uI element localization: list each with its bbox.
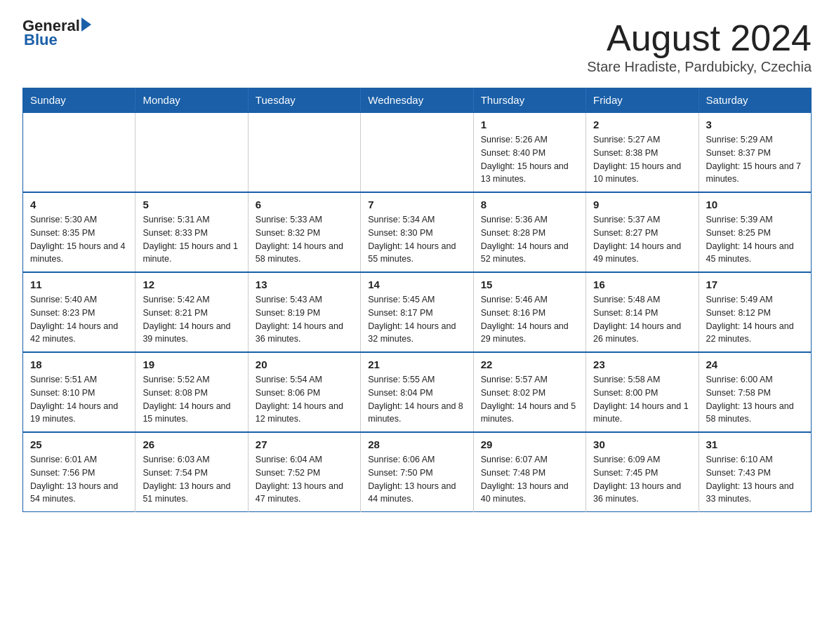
day-header-thursday: Thursday <box>473 88 585 113</box>
day-info: Sunrise: 5:54 AM Sunset: 8:06 PM Dayligh… <box>256 373 353 426</box>
day-info: Sunrise: 5:31 AM Sunset: 8:33 PM Dayligh… <box>143 213 240 266</box>
day-header-saturday: Saturday <box>699 88 811 113</box>
calendar-day-cell: 1Sunrise: 5:26 AM Sunset: 8:40 PM Daylig… <box>473 112 585 192</box>
day-number: 8 <box>481 199 578 210</box>
day-number: 1 <box>481 119 578 130</box>
day-number: 6 <box>256 199 353 210</box>
calendar-week-row: 4Sunrise: 5:30 AM Sunset: 8:35 PM Daylig… <box>23 192 812 272</box>
day-info: Sunrise: 5:57 AM Sunset: 8:02 PM Dayligh… <box>481 373 578 426</box>
calendar-day-cell: 10Sunrise: 5:39 AM Sunset: 8:25 PM Dayli… <box>699 192 811 272</box>
calendar-day-cell: 13Sunrise: 5:43 AM Sunset: 8:19 PM Dayli… <box>248 272 360 352</box>
logo: General Blue <box>22 17 91 49</box>
day-number: 12 <box>143 279 240 290</box>
day-info: Sunrise: 5:34 AM Sunset: 8:30 PM Dayligh… <box>368 213 465 266</box>
day-number: 9 <box>593 199 691 210</box>
calendar-day-cell: 17Sunrise: 5:49 AM Sunset: 8:12 PM Dayli… <box>699 272 811 352</box>
calendar-day-cell: 11Sunrise: 5:40 AM Sunset: 8:23 PM Dayli… <box>23 272 135 352</box>
day-info: Sunrise: 5:37 AM Sunset: 8:27 PM Dayligh… <box>593 213 691 266</box>
calendar-day-cell: 19Sunrise: 5:52 AM Sunset: 8:08 PM Dayli… <box>135 352 248 432</box>
day-info: Sunrise: 6:09 AM Sunset: 7:45 PM Dayligh… <box>593 453 691 506</box>
day-number: 7 <box>368 199 465 210</box>
day-number: 24 <box>706 358 804 370</box>
day-number: 27 <box>256 438 353 450</box>
day-info: Sunrise: 5:27 AM Sunset: 8:38 PM Dayligh… <box>593 133 691 186</box>
day-info: Sunrise: 5:29 AM Sunset: 8:37 PM Dayligh… <box>706 133 804 186</box>
calendar-day-cell: 12Sunrise: 5:42 AM Sunset: 8:21 PM Dayli… <box>135 272 248 352</box>
day-number: 31 <box>706 438 804 450</box>
calendar-day-cell: 23Sunrise: 5:58 AM Sunset: 8:00 PM Dayli… <box>586 352 699 432</box>
page-header: General Blue August 2024 Stare Hradiste,… <box>22 17 812 83</box>
calendar-day-cell <box>135 112 248 192</box>
calendar-header-row: SundayMondayTuesdayWednesdayThursdayFrid… <box>23 88 812 113</box>
calendar-day-cell: 25Sunrise: 6:01 AM Sunset: 7:56 PM Dayli… <box>23 432 135 512</box>
day-number: 19 <box>143 358 240 370</box>
page-title: August 2024 <box>587 17 812 59</box>
day-number: 3 <box>706 119 804 130</box>
calendar-week-row: 18Sunrise: 5:51 AM Sunset: 8:10 PM Dayli… <box>23 352 812 432</box>
calendar-day-cell: 18Sunrise: 5:51 AM Sunset: 8:10 PM Dayli… <box>23 352 135 432</box>
day-info: Sunrise: 5:49 AM Sunset: 8:12 PM Dayligh… <box>706 293 804 346</box>
day-info: Sunrise: 6:10 AM Sunset: 7:43 PM Dayligh… <box>706 453 804 506</box>
calendar-day-cell: 16Sunrise: 5:48 AM Sunset: 8:14 PM Dayli… <box>586 272 699 352</box>
calendar-day-cell: 21Sunrise: 5:55 AM Sunset: 8:04 PM Dayli… <box>361 352 473 432</box>
calendar-day-cell: 14Sunrise: 5:45 AM Sunset: 8:17 PM Dayli… <box>361 272 473 352</box>
day-number: 2 <box>593 119 691 130</box>
day-number: 23 <box>593 358 691 370</box>
calendar-day-cell: 26Sunrise: 6:03 AM Sunset: 7:54 PM Dayli… <box>135 432 248 512</box>
day-info: Sunrise: 5:46 AM Sunset: 8:16 PM Dayligh… <box>481 293 578 346</box>
calendar-week-row: 11Sunrise: 5:40 AM Sunset: 8:23 PM Dayli… <box>23 272 812 352</box>
day-info: Sunrise: 5:48 AM Sunset: 8:14 PM Dayligh… <box>593 293 691 346</box>
title-block: August 2024 Stare Hradiste, Pardubicky, … <box>587 17 812 83</box>
day-info: Sunrise: 5:55 AM Sunset: 8:04 PM Dayligh… <box>368 373 465 426</box>
day-info: Sunrise: 5:42 AM Sunset: 8:21 PM Dayligh… <box>143 293 240 346</box>
calendar-day-cell: 4Sunrise: 5:30 AM Sunset: 8:35 PM Daylig… <box>23 192 135 272</box>
day-info: Sunrise: 5:43 AM Sunset: 8:19 PM Dayligh… <box>256 293 353 346</box>
day-number: 11 <box>30 279 128 290</box>
day-number: 26 <box>143 438 240 450</box>
day-info: Sunrise: 5:51 AM Sunset: 8:10 PM Dayligh… <box>30 373 128 426</box>
day-number: 4 <box>30 199 128 210</box>
day-info: Sunrise: 5:30 AM Sunset: 8:35 PM Dayligh… <box>30 213 128 266</box>
logo-blue-text: Blue <box>24 31 58 49</box>
calendar-day-cell: 2Sunrise: 5:27 AM Sunset: 8:38 PM Daylig… <box>586 112 699 192</box>
day-number: 29 <box>481 438 578 450</box>
day-number: 14 <box>368 279 465 290</box>
day-info: Sunrise: 5:52 AM Sunset: 8:08 PM Dayligh… <box>143 373 240 426</box>
calendar-week-row: 1Sunrise: 5:26 AM Sunset: 8:40 PM Daylig… <box>23 112 812 192</box>
day-header-tuesday: Tuesday <box>248 88 360 113</box>
day-header-sunday: Sunday <box>23 88 135 113</box>
calendar-day-cell <box>23 112 135 192</box>
calendar-day-cell: 9Sunrise: 5:37 AM Sunset: 8:27 PM Daylig… <box>586 192 699 272</box>
day-number: 20 <box>256 358 353 370</box>
calendar-day-cell: 6Sunrise: 5:33 AM Sunset: 8:32 PM Daylig… <box>248 192 360 272</box>
location-subtitle: Stare Hradiste, Pardubicky, Czechia <box>587 59 812 75</box>
day-number: 16 <box>593 279 691 290</box>
calendar-day-cell: 3Sunrise: 5:29 AM Sunset: 8:37 PM Daylig… <box>699 112 811 192</box>
day-number: 18 <box>30 358 128 370</box>
day-info: Sunrise: 5:33 AM Sunset: 8:32 PM Dayligh… <box>256 213 353 266</box>
calendar-day-cell <box>248 112 360 192</box>
day-info: Sunrise: 6:01 AM Sunset: 7:56 PM Dayligh… <box>30 453 128 506</box>
calendar-day-cell: 24Sunrise: 6:00 AM Sunset: 7:58 PM Dayli… <box>699 352 811 432</box>
day-number: 30 <box>593 438 691 450</box>
day-number: 5 <box>143 199 240 210</box>
day-number: 15 <box>481 279 578 290</box>
day-info: Sunrise: 6:00 AM Sunset: 7:58 PM Dayligh… <box>706 373 804 426</box>
day-number: 28 <box>368 438 465 450</box>
day-number: 21 <box>368 358 465 370</box>
calendar-day-cell: 5Sunrise: 5:31 AM Sunset: 8:33 PM Daylig… <box>135 192 248 272</box>
day-info: Sunrise: 5:45 AM Sunset: 8:17 PM Dayligh… <box>368 293 465 346</box>
calendar-day-cell: 20Sunrise: 5:54 AM Sunset: 8:06 PM Dayli… <box>248 352 360 432</box>
day-number: 22 <box>481 358 578 370</box>
day-info: Sunrise: 5:39 AM Sunset: 8:25 PM Dayligh… <box>706 213 804 266</box>
day-header-wednesday: Wednesday <box>361 88 473 113</box>
calendar-day-cell <box>361 112 473 192</box>
day-info: Sunrise: 5:58 AM Sunset: 8:00 PM Dayligh… <box>593 373 691 426</box>
calendar-table: SundayMondayTuesdayWednesdayThursdayFrid… <box>22 88 812 512</box>
calendar-day-cell: 7Sunrise: 5:34 AM Sunset: 8:30 PM Daylig… <box>361 192 473 272</box>
day-info: Sunrise: 5:36 AM Sunset: 8:28 PM Dayligh… <box>481 213 578 266</box>
day-info: Sunrise: 6:07 AM Sunset: 7:48 PM Dayligh… <box>481 453 578 506</box>
calendar-day-cell: 27Sunrise: 6:04 AM Sunset: 7:52 PM Dayli… <box>248 432 360 512</box>
calendar-day-cell: 28Sunrise: 6:06 AM Sunset: 7:50 PM Dayli… <box>361 432 473 512</box>
day-number: 13 <box>256 279 353 290</box>
